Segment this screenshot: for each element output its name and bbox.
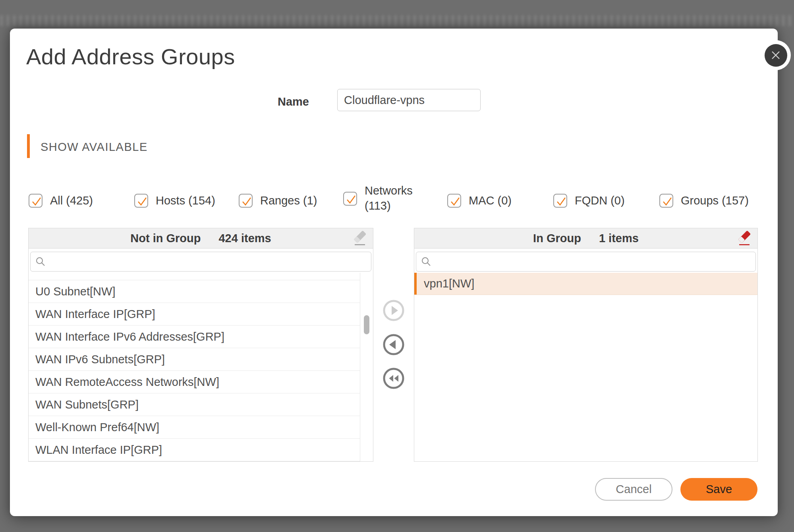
filter-label: Ranges (1) [260,194,317,207]
in-group-list: vpn1[NW] [414,273,757,461]
clear-group-button[interactable] [736,230,753,247]
filter-label: FQDN (0) [575,194,625,207]
list-item[interactable]: WAN Subnets[GRP] [29,393,360,416]
filter-label: Groups (157) [681,194,749,207]
filter-label: All (425) [50,194,93,207]
not-in-group-header: Not in Group 424 items [29,228,373,249]
filter-label: MAC (0) [469,194,512,207]
list-item-label: WAN IPv6 Subnets[GRP] [35,353,165,366]
filter-hosts-154: Hosts (154) [134,194,215,208]
list-item[interactable]: WAN Interface IPv6 Addresses[GRP] [29,326,360,348]
not-in-group-count: 424 items [218,232,271,245]
search-input[interactable] [435,252,751,271]
list-item-label: WAN Subnets[GRP] [35,398,139,411]
filter-networks-113: Networks (113) [343,183,428,214]
save-button[interactable]: Save [680,478,757,501]
filter-fqdn-0: FQDN (0) [553,194,625,208]
close-button[interactable] [761,40,791,70]
filter-groups-157: Groups (157) [659,194,749,208]
list-item-label: WLAN Interface IP[GRP] [35,443,162,457]
list-item[interactable]: WAN IPv6 Subnets[GRP] [29,348,360,371]
list-item[interactable]: WAN Interface IP[GRP] [29,303,360,326]
in-group-count: 1 items [599,232,639,245]
clear-search-button[interactable] [352,230,368,247]
eraser-icon [352,230,367,247]
close-icon [765,44,787,67]
list-item[interactable]: vpn1[NW] [414,273,757,295]
filter-label: Hosts (154) [156,194,215,207]
dialog-title: Add Address Groups [26,44,235,69]
arrow-left-icon [383,333,405,356]
filter-ranges-1: Ranges (1) [239,194,317,208]
list-item-label: WAN Interface IPv6 Addresses[GRP] [35,330,224,343]
scrollbar-thumb[interactable] [364,315,369,334]
search-icon [421,256,431,267]
move-all-left-button[interactable] [383,367,405,389]
not-in-group-title: Not in Group [130,232,201,245]
name-label: Name [209,95,309,108]
list-row-partial[interactable] [29,273,360,280]
move-right-button[interactable] [383,299,405,322]
cancel-button[interactable]: Cancel [595,478,672,501]
move-left-button[interactable] [383,333,405,356]
list-item-label: Well-Known Pref64[NW] [35,421,159,434]
checkbox-checked-icon[interactable] [659,194,673,208]
list-item-label: U0 Subnet[NW] [35,285,115,298]
eraser-red-icon [737,230,752,247]
list-item-label: WAN RemoteAccess Networks[NW] [35,376,219,389]
not-in-group-panel: Not in Group 424 items U0 Subnet[NW]WAN … [28,228,373,462]
checkbox-checked-icon[interactable] [29,194,43,208]
checkbox-checked-icon[interactable] [239,194,253,208]
add-address-groups-dialog: Add Address Groups Name SHOW AVAILABLE A… [10,29,778,516]
filters-row: All (425)Hosts (154)Ranges (1)Networks (… [10,185,778,214]
arrow-right-icon [383,299,405,322]
in-group-panel: In Group 1 items vpn1[NW] [414,228,758,462]
list-item[interactable]: WLAN Interface IP[GRP] [29,439,360,461]
filter-mac-0: MAC (0) [447,194,512,208]
filter-label: Networks (113) [365,183,428,213]
checkbox-checked-icon[interactable] [447,194,461,208]
not-in-group-list: U0 Subnet[NW]WAN Interface IP[GRP]WAN In… [29,273,360,461]
not-in-group-search [30,252,371,272]
list-item[interactable]: U0 Subnet[NW] [29,280,360,303]
backdrop-blurred-content [0,15,794,26]
checkbox-checked-icon[interactable] [134,194,148,208]
list-item[interactable]: Well-Known Pref64[NW] [29,416,360,439]
in-group-title: In Group [533,232,581,245]
transfer-controls [383,299,405,389]
checkbox-checked-icon[interactable] [553,194,567,208]
section-accent-bar [27,134,30,158]
list-item-label: WAN Interface IP[GRP] [35,308,155,321]
filter-all-425: All (425) [29,194,93,208]
in-group-search [416,252,756,272]
search-icon [35,256,46,267]
show-available-label: SHOW AVAILABLE [41,141,148,154]
double-arrow-left-icon [383,367,405,389]
checkbox-checked-icon[interactable] [343,192,357,206]
list-item[interactable]: WAN RemoteAccess Networks[NW] [29,371,360,393]
search-input[interactable] [50,252,366,271]
name-input[interactable] [337,89,481,111]
list-item-label: vpn1[NW] [424,277,474,290]
in-group-header: In Group 1 items [414,228,757,249]
